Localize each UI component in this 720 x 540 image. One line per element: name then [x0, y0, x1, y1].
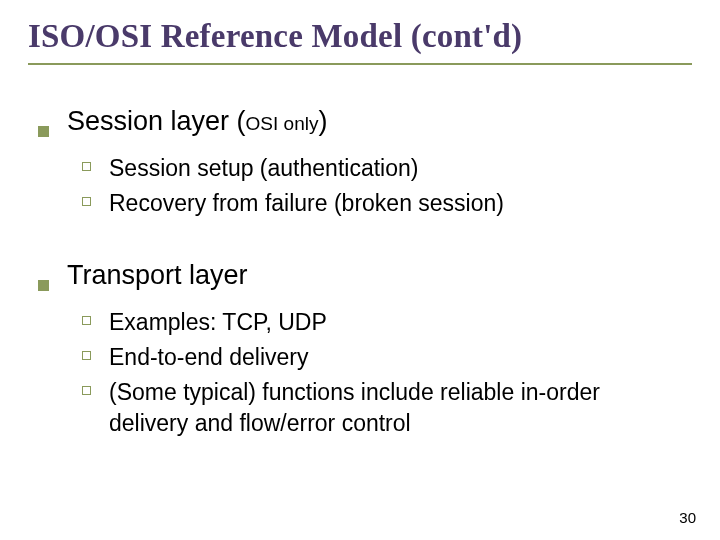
- page-number: 30: [679, 509, 696, 526]
- heading-text-pre: Session layer (: [67, 106, 246, 136]
- title-rule: [28, 63, 692, 65]
- heading-text-sub: OSI only: [246, 113, 319, 134]
- bullet-level1: Session layer (OSI only): [38, 105, 692, 139]
- square-bullet-icon: [38, 126, 49, 137]
- open-square-bullet-icon: [82, 386, 91, 395]
- section-heading: Transport layer: [67, 259, 248, 293]
- sub-item-text: Recovery from failure (broken session): [109, 188, 504, 219]
- slide: ISO/OSI Reference Model (cont'd) Session…: [0, 0, 720, 540]
- sub-bullet-group: Session setup (authentication) Recovery …: [82, 153, 692, 219]
- open-square-bullet-icon: [82, 351, 91, 360]
- sub-item-text: Examples: TCP, UDP: [109, 307, 327, 338]
- sub-item-text: (Some typical) functions include reliabl…: [109, 377, 679, 439]
- bullet-level2: End-to-end delivery: [82, 342, 692, 373]
- square-bullet-icon: [38, 280, 49, 291]
- open-square-bullet-icon: [82, 162, 91, 171]
- bullet-level2: Recovery from failure (broken session): [82, 188, 692, 219]
- section-heading: Session layer (OSI only): [67, 105, 327, 139]
- open-square-bullet-icon: [82, 316, 91, 325]
- sub-item-text: Session setup (authentication): [109, 153, 418, 184]
- open-square-bullet-icon: [82, 197, 91, 206]
- sub-bullet-group: Examples: TCP, UDP End-to-end delivery (…: [82, 307, 692, 439]
- bullet-level2: (Some typical) functions include reliabl…: [82, 377, 692, 439]
- heading-text-post: ): [318, 106, 327, 136]
- sub-item-text: End-to-end delivery: [109, 342, 308, 373]
- bullet-level2: Session setup (authentication): [82, 153, 692, 184]
- slide-title: ISO/OSI Reference Model (cont'd): [28, 18, 692, 55]
- bullet-level1: Transport layer: [38, 259, 692, 293]
- bullet-level2: Examples: TCP, UDP: [82, 307, 692, 338]
- slide-content: Session layer (OSI only) Session setup (…: [28, 105, 692, 439]
- heading-text-pre: Transport layer: [67, 260, 248, 290]
